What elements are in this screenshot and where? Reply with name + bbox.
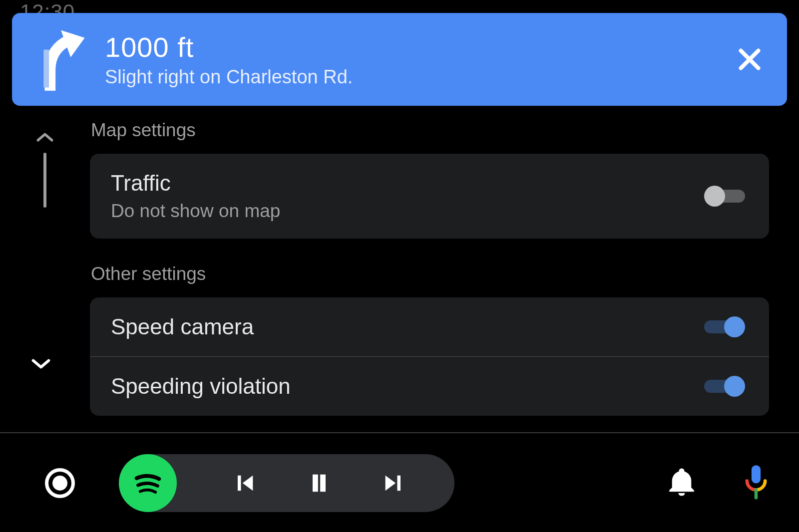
setting-title: Speed camera bbox=[111, 314, 254, 339]
spotify-icon[interactable] bbox=[119, 454, 177, 512]
svg-rect-1 bbox=[752, 465, 761, 483]
setting-row-speeding-violation[interactable]: Speeding violation bbox=[90, 356, 769, 416]
scroll-indicator bbox=[30, 125, 60, 239]
map-settings-card: Traffic Do not show on map bbox=[90, 154, 769, 239]
media-controls bbox=[119, 454, 454, 512]
toggle-traffic[interactable] bbox=[704, 186, 745, 207]
setting-title: Speeding violation bbox=[111, 374, 291, 399]
toggle-speeding-violation[interactable] bbox=[704, 376, 745, 397]
bottom-bar bbox=[0, 434, 799, 532]
toggle-speed-camera[interactable] bbox=[704, 316, 745, 337]
bottom-separator bbox=[0, 432, 799, 433]
chevron-down-icon[interactable] bbox=[31, 349, 51, 376]
setting-row-speed-camera[interactable]: Speed camera bbox=[90, 297, 769, 356]
turn-slight-right-icon bbox=[26, 27, 96, 92]
nav-distance: 1000 ft bbox=[105, 31, 712, 63]
navigation-banner[interactable]: 1000 ft Slight right on Charleston Rd. bbox=[12, 13, 787, 106]
nav-direction: Slight right on Charleston Rd. bbox=[105, 66, 712, 88]
close-banner-button[interactable] bbox=[712, 44, 787, 74]
chevron-up-icon[interactable] bbox=[36, 125, 54, 147]
setting-subtitle: Do not show on map bbox=[111, 201, 280, 222]
pause-button[interactable] bbox=[282, 470, 357, 496]
section-header-map-settings: Map settings bbox=[91, 120, 769, 141]
svg-rect-0 bbox=[43, 50, 49, 88]
skip-previous-button[interactable] bbox=[207, 470, 282, 496]
app-launcher-button[interactable] bbox=[45, 468, 75, 498]
setting-title: Traffic bbox=[111, 171, 280, 196]
skip-next-button[interactable] bbox=[357, 470, 431, 496]
assistant-mic-button[interactable] bbox=[743, 464, 769, 503]
setting-row-traffic[interactable]: Traffic Do not show on map bbox=[90, 154, 769, 239]
notifications-button[interactable] bbox=[665, 466, 698, 501]
scrollbar-thumb[interactable] bbox=[43, 153, 46, 208]
other-settings-card: Speed camera Speeding violation bbox=[90, 297, 769, 416]
section-header-other-settings: Other settings bbox=[91, 264, 769, 284]
